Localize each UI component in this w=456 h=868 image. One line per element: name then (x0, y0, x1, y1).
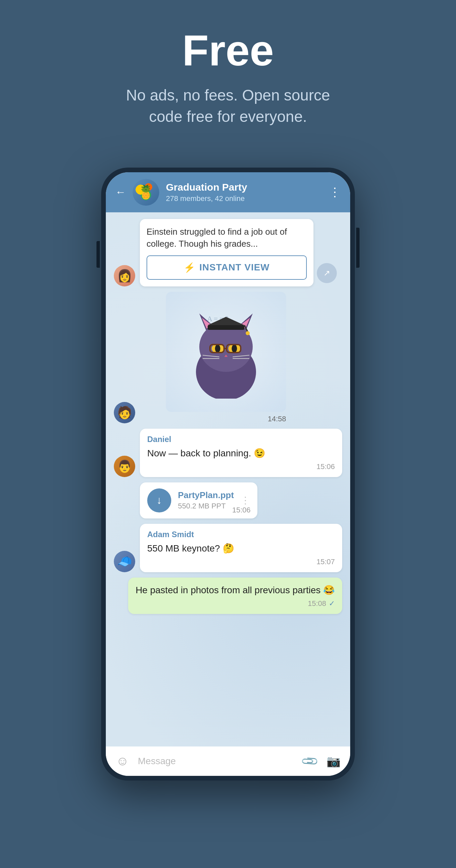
chat-body: 👩 Einstein struggled to find a job out o… (106, 212, 350, 746)
group-members: 278 members, 42 online (166, 194, 322, 203)
phone-mockup: ← 🍍 Graduation Party 278 members, 42 onl… (101, 167, 355, 780)
article-message: Einstein struggled to find a job out of … (140, 219, 313, 286)
svg-point-9 (232, 344, 237, 352)
adam-message-footer: 15:07 (147, 558, 335, 566)
self-message-time: 15:08 (308, 599, 326, 608)
instant-view-label: INSTANT VIEW (199, 262, 270, 273)
svg-point-21 (246, 331, 250, 335)
back-button[interactable]: ← (115, 186, 126, 198)
file-message-bubble: ↓ PartyPlan.ppt 550.2 MB PPT ⋮ 15:06 (140, 483, 257, 519)
camera-button[interactable]: 📷 (325, 752, 342, 770)
adam-sender-name: Adam Smidt (147, 530, 335, 539)
chat-input-bar: ☺ Message 📎 📷 (106, 746, 350, 776)
adam-message-text: 550 MB keynote? 🤔 (147, 542, 335, 555)
daniel-message-row: 👨 Daniel Now — back to planning. 😉 15:06 (114, 429, 342, 477)
self-message-bubble: He pasted in photos from all previous pa… (128, 578, 342, 614)
article-message-row: 👩 Einstein struggled to find a job out o… (114, 219, 342, 286)
instant-view-button[interactable]: ⚡ INSTANT VIEW (147, 255, 307, 280)
message-input-placeholder[interactable]: Message (138, 756, 294, 766)
file-message-footer: 15:06 (232, 506, 251, 515)
avatar-adam: 🧢 (114, 551, 135, 572)
self-message-text: He pasted in photos from all previous pa… (135, 584, 335, 597)
sticker-background: A = πr²V = l³P = 2πrA = πr²s = √(r² + h²… (166, 292, 286, 412)
daniel-message-bubble: Daniel Now — back to planning. 😉 15:06 (140, 429, 342, 477)
file-name: PartyPlan.ppt (178, 490, 234, 500)
adam-message-bubble: Adam Smidt 550 MB keynote? 🤔 15:07 (140, 524, 342, 572)
group-avatar-image: 🍍 (132, 179, 159, 206)
file-message-time: 15:06 (232, 506, 251, 515)
paperclip-icon: 📎 (300, 751, 319, 771)
self-message-row: He pasted in photos from all previous pa… (114, 578, 342, 614)
message-checkmark: ✓ (329, 599, 335, 608)
hero-subtitle: No ads, no fees. Open source code free f… (111, 85, 345, 127)
adam-message-row: 🧢 Adam Smidt 550 MB keynote? 🤔 15:07 (114, 524, 342, 572)
file-more-button[interactable]: ⋮ (241, 495, 250, 506)
cat-sticker-svg (183, 305, 269, 399)
self-message-footer: 15:08 ✓ (135, 599, 335, 608)
emoji-icon: ☺ (116, 754, 129, 768)
emoji-button[interactable]: ☺ (114, 752, 131, 770)
daniel-sender-name: Daniel (147, 435, 335, 444)
avatar-daniel: 👨 (114, 456, 135, 477)
article-message-wrapper: Einstein struggled to find a job out of … (140, 219, 313, 286)
group-avatar: 🍍 (132, 179, 159, 206)
adam-message-time: 15:07 (316, 558, 335, 566)
camera-icon: 📷 (327, 754, 340, 768)
file-info: PartyPlan.ppt 550.2 MB PPT (178, 490, 234, 510)
share-icon: ↗ (324, 269, 330, 278)
group-info: Graduation Party 278 members, 42 online (166, 182, 322, 203)
instant-view-icon: ⚡ (184, 262, 195, 273)
file-size: 550.2 MB PPT (178, 502, 234, 510)
group-name: Graduation Party (166, 182, 322, 193)
sticker-container: A = πr²V = l³P = 2πrA = πr²s = √(r² + h²… (166, 292, 286, 423)
hero-title: Free (182, 27, 274, 74)
avatar-user1: 👩 (114, 265, 135, 286)
daniel-message-text: Now — back to planning. 😉 (147, 447, 335, 460)
file-message-row: ↓ PartyPlan.ppt 550.2 MB PPT ⋮ 15:06 (114, 483, 342, 519)
phone-outer-shell: ← 🍍 Graduation Party 278 members, 42 onl… (101, 167, 355, 780)
chat-header: ← 🍍 Graduation Party 278 members, 42 onl… (106, 172, 350, 212)
daniel-message-time: 15:06 (316, 462, 335, 471)
daniel-message-footer: 15:06 (147, 462, 335, 471)
avatar-user2: 🧑 (114, 402, 135, 423)
svg-point-8 (215, 344, 220, 352)
phone-screen: ← 🍍 Graduation Party 278 members, 42 onl… (106, 172, 350, 776)
sticker-time: 14:58 (268, 415, 286, 423)
sticker-message-row: 🧑 A = πr²V = l³P = 2πrA = πr²s = √(r² + … (114, 292, 342, 423)
svg-marker-19 (208, 317, 244, 325)
hero-section: Free No ads, no fees. Open source code f… (0, 0, 456, 148)
svg-rect-18 (208, 325, 244, 330)
file-download-button[interactable]: ↓ (147, 488, 171, 513)
article-preview-text: Einstein struggled to find a job out of … (147, 226, 307, 250)
attach-button[interactable]: 📎 (297, 749, 322, 774)
download-icon: ↓ (157, 494, 162, 506)
more-button[interactable]: ⋮ (329, 185, 341, 199)
share-button[interactable]: ↗ (317, 263, 337, 283)
